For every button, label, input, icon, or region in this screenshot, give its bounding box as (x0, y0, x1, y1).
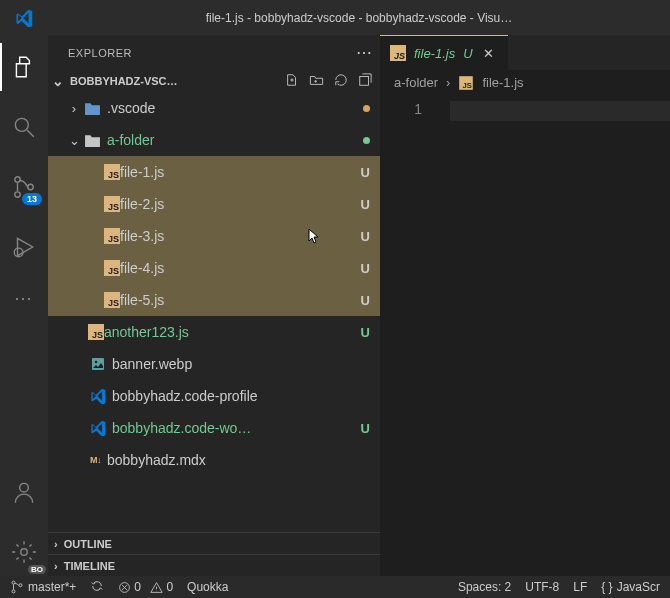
image-icon (90, 356, 106, 372)
refresh-icon[interactable] (334, 73, 348, 90)
new-file-icon[interactable] (285, 73, 299, 90)
problems-indicator[interactable]: 0 0 (118, 580, 173, 594)
status-dot (363, 137, 370, 144)
file-name: bobbyhadz.code-profile (112, 388, 370, 404)
svg-point-5 (20, 483, 29, 492)
git-status: U (355, 261, 370, 276)
svg-point-0 (15, 118, 28, 131)
timeline-section[interactable]: ›TIMELINE (48, 554, 380, 576)
git-status: U (355, 165, 370, 180)
chevron-right-icon: › (54, 560, 58, 572)
activity-explorer-icon[interactable] (0, 43, 48, 91)
svg-point-9 (95, 361, 98, 364)
encoding-indicator[interactable]: UTF-8 (525, 580, 559, 594)
activity-settings-icon[interactable]: BO (0, 528, 48, 576)
language-indicator[interactable]: { }JavaScr (601, 580, 660, 594)
explorer-more-icon[interactable]: ⋯ (356, 43, 373, 62)
explorer-sidebar: EXPLORER ⋯ ⌄ BOBBYHADZ-VSC… ›.vscode⌄a-f… (48, 35, 380, 576)
activity-scm-icon[interactable]: 13 (0, 163, 48, 211)
twisty-icon: › (66, 101, 82, 116)
file-name: another123.js (104, 324, 355, 340)
svg-rect-7 (360, 76, 369, 85)
tree-row[interactable]: ⌄a-folder (48, 124, 380, 156)
svg-point-2 (15, 192, 20, 197)
svg-point-12 (19, 584, 22, 587)
editor-body[interactable]: 1 (380, 95, 670, 576)
tree-row[interactable]: bobbyhadz.code-wo…U (48, 412, 380, 444)
workspace-name: BOBBYHADZ-VSC… (70, 75, 281, 87)
tab-file[interactable]: JS file-1.js U ✕ (380, 35, 508, 70)
file-name: .vscode (107, 100, 363, 116)
js-icon: JS (104, 228, 120, 244)
editor-tabs: JS file-1.js U ✕ (380, 35, 670, 70)
tab-label: file-1.js (414, 46, 455, 61)
git-status: U (355, 229, 370, 244)
tree-row[interactable]: ›.vscode (48, 92, 380, 124)
file-name: a-folder (107, 132, 363, 148)
status-dot (363, 105, 370, 112)
cursor-icon (306, 228, 322, 249)
vscode-file-icon (90, 388, 106, 404)
sync-icon[interactable] (90, 579, 104, 596)
close-icon[interactable]: ✕ (481, 46, 496, 61)
tree-row[interactable]: bobbyhadz.code-profile (48, 380, 380, 412)
breadcrumb[interactable]: a-folder › JS file-1.js (380, 70, 670, 95)
tab-status: U (463, 46, 472, 61)
vscode-logo-icon (0, 9, 48, 27)
spaces-indicator[interactable]: Spaces: 2 (458, 580, 511, 594)
chevron-down-icon: ⌄ (50, 73, 66, 89)
quokka-indicator[interactable]: Quokka (187, 580, 228, 594)
file-name: banner.webp (112, 356, 370, 372)
svg-point-3 (28, 184, 33, 189)
scm-badge: 13 (22, 193, 42, 205)
svg-point-11 (12, 590, 15, 593)
tree-row[interactable]: JSfile-2.jsU (48, 188, 380, 220)
git-status: U (355, 421, 370, 436)
crumb-folder[interactable]: a-folder (394, 75, 438, 90)
js-icon: JS (390, 45, 406, 61)
window-title: file-1.js - bobbyhadz-vscode - bobbyhadz… (48, 11, 670, 25)
file-tree: ›.vscode⌄a-folderJSfile-1.jsUJSfile-2.js… (48, 92, 380, 532)
activity-search-icon[interactable] (0, 103, 48, 151)
tree-row[interactable]: JSfile-1.jsU (48, 156, 380, 188)
tree-row[interactable]: JSfile-4.jsU (48, 252, 380, 284)
js-icon: JS (104, 292, 120, 308)
svg-point-6 (21, 549, 28, 556)
new-folder-icon[interactable] (309, 73, 324, 90)
branch-indicator[interactable]: master*+ (10, 580, 76, 594)
twisty-icon: ⌄ (66, 133, 82, 148)
svg-rect-8 (92, 358, 104, 370)
title-bar: file-1.js - bobbyhadz-vscode - bobbyhadz… (0, 0, 670, 35)
git-status: U (355, 197, 370, 212)
workspace-section-header[interactable]: ⌄ BOBBYHADZ-VSC… (48, 70, 380, 92)
file-name: file-2.js (120, 196, 355, 212)
file-name: file-4.js (120, 260, 355, 276)
activity-account-icon[interactable] (0, 468, 48, 516)
vscode-file-icon (90, 420, 106, 436)
chevron-right-icon: › (446, 75, 450, 90)
crumb-file[interactable]: file-1.js (482, 75, 523, 90)
current-line-highlight (450, 101, 670, 121)
settings-badge: BO (28, 565, 46, 574)
tree-row[interactable]: JSanother123.jsU (48, 316, 380, 348)
file-name: file-5.js (120, 292, 355, 308)
collapse-icon[interactable] (358, 73, 372, 90)
js-icon: JS (104, 260, 120, 276)
file-name: bobbyhadz.mdx (107, 452, 370, 468)
file-name: file-1.js (120, 164, 355, 180)
js-icon: JS (88, 324, 104, 340)
eol-indicator[interactable]: LF (573, 580, 587, 594)
code-area[interactable] (440, 95, 670, 576)
line-gutter: 1 (380, 95, 440, 576)
outline-section[interactable]: ›OUTLINE (48, 532, 380, 554)
explorer-title: EXPLORER (68, 47, 132, 59)
activity-more-icon[interactable]: ⋯ (0, 283, 48, 313)
tree-row[interactable]: M↓bobbyhadz.mdx (48, 444, 380, 476)
tree-row[interactable]: JSfile-5.jsU (48, 284, 380, 316)
tree-row[interactable]: JSfile-3.jsU (48, 220, 380, 252)
file-name: bobbyhadz.code-wo… (112, 420, 355, 436)
activity-bar: 13 ⋯ BO (0, 35, 48, 576)
tree-row[interactable]: banner.webp (48, 348, 380, 380)
activity-debug-icon[interactable] (0, 223, 48, 271)
mdx-icon: M↓ (90, 455, 101, 465)
